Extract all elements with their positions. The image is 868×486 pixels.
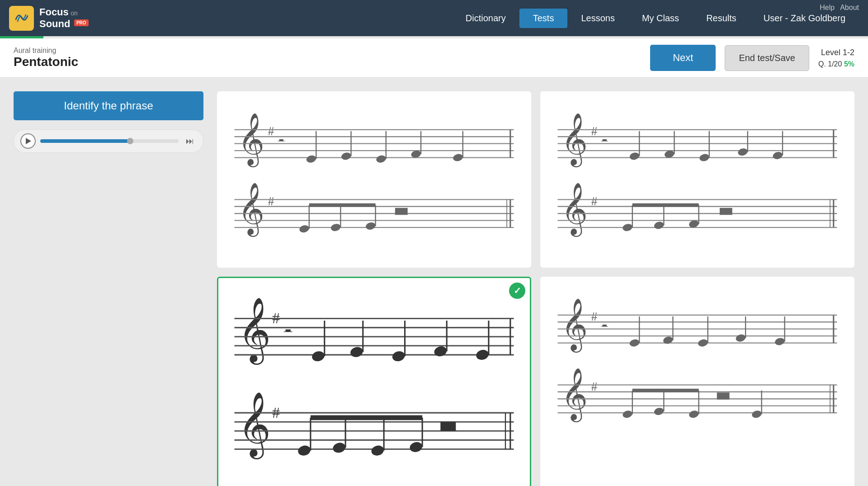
svg-point-29 xyxy=(330,223,341,232)
svg-text:#: # xyxy=(591,124,598,138)
svg-text:𝄞: 𝄞 xyxy=(561,183,588,237)
subheader: Aural training Pentatonic Next End test/… xyxy=(0,38,868,78)
svg-text:#: # xyxy=(591,379,598,393)
svg-point-83 xyxy=(349,346,364,359)
music-option-4[interactable]: 𝄞 # 𝄼 xyxy=(540,277,854,486)
level-info: Level 1-2 Q. 1/20 5% xyxy=(818,47,854,70)
svg-text:𝄞: 𝄞 xyxy=(238,113,264,168)
svg-point-53 xyxy=(772,151,783,160)
play-button[interactable] xyxy=(20,133,36,149)
audio-progress-fill xyxy=(40,139,130,143)
nav-my-class[interactable]: My Class xyxy=(628,9,693,28)
nav-tests[interactable]: Tests xyxy=(519,9,568,28)
subheader-actions: Next End test/Save Level 1-2 Q. 1/20 5% xyxy=(650,45,854,71)
svg-point-89 xyxy=(475,349,490,361)
svg-point-137 xyxy=(622,410,633,419)
end-test-button[interactable]: End test/Save xyxy=(725,45,809,71)
music-option-1[interactable]: 𝄞 # 𝄼 xyxy=(217,91,531,268)
correct-badge: ✓ xyxy=(509,283,525,299)
svg-point-103 xyxy=(370,444,385,457)
audio-progress-thumb xyxy=(127,138,133,144)
svg-text:𝄞: 𝄞 xyxy=(561,299,588,353)
music-option-3[interactable]: ✓ 𝄞 # 𝄼 xyxy=(217,277,531,486)
svg-point-123 xyxy=(697,338,708,348)
svg-point-81 xyxy=(311,350,326,363)
logo-focus: Focus xyxy=(39,6,69,18)
music-option-2[interactable]: 𝄞 # 𝄼 xyxy=(540,91,854,268)
svg-point-9 xyxy=(306,154,317,164)
svg-point-51 xyxy=(737,147,748,157)
page-title: Pentatonic xyxy=(14,55,650,69)
svg-rect-70 xyxy=(720,208,732,215)
main-content: Identify the phrase ⏭ 𝄞 # 𝄼 xyxy=(0,78,868,486)
svg-text:𝄼: 𝄼 xyxy=(278,139,285,142)
svg-point-85 xyxy=(391,350,406,363)
svg-text:𝄼: 𝄼 xyxy=(601,139,608,142)
svg-point-45 xyxy=(629,151,640,161)
svg-point-141 xyxy=(688,410,699,419)
svg-point-65 xyxy=(653,221,665,230)
svg-point-127 xyxy=(774,337,785,346)
logo-icon xyxy=(9,6,34,31)
svg-point-87 xyxy=(433,345,448,358)
logo-sound: Sound xyxy=(39,18,70,29)
svg-point-99 xyxy=(297,444,311,457)
svg-text:𝄞: 𝄞 xyxy=(238,183,264,237)
svg-point-27 xyxy=(299,224,310,234)
subheader-left: Aural training Pentatonic xyxy=(14,47,650,69)
svg-rect-34 xyxy=(395,208,408,215)
audio-player: ⏭ xyxy=(14,129,203,153)
svg-text:𝄼: 𝄼 xyxy=(283,329,292,332)
svg-text:𝄞: 𝄞 xyxy=(561,113,588,168)
music-grid: 𝄞 # 𝄼 xyxy=(217,91,854,486)
nav-results[interactable]: Results xyxy=(693,9,750,28)
left-panel: Identify the phrase ⏭ xyxy=(14,91,203,486)
svg-point-11 xyxy=(340,151,352,161)
svg-point-139 xyxy=(653,407,665,416)
nav-dictionary[interactable]: Dictionary xyxy=(452,9,519,28)
svg-point-119 xyxy=(629,338,640,348)
logo-text: Focus on Sound PRO xyxy=(39,6,89,30)
svg-rect-108 xyxy=(440,422,456,431)
aural-training-label: Aural training xyxy=(14,47,650,55)
audio-progress-track[interactable] xyxy=(40,139,179,143)
svg-text:𝄼: 𝄼 xyxy=(601,325,608,327)
svg-text:#: # xyxy=(591,194,598,208)
svg-text:#: # xyxy=(268,124,274,138)
svg-rect-144 xyxy=(717,392,730,399)
level-label: Level 1-2 xyxy=(818,47,854,59)
app-header: Focus on Sound PRO Dictionary Tests Less… xyxy=(0,0,868,36)
svg-point-17 xyxy=(452,153,463,162)
header-top-right: Help About xyxy=(820,4,859,12)
next-button[interactable]: Next xyxy=(650,45,716,71)
logo-pro-badge: PRO xyxy=(74,19,89,26)
svg-point-49 xyxy=(699,153,710,162)
svg-point-101 xyxy=(332,441,346,454)
logo-area: Focus on Sound PRO xyxy=(9,6,127,31)
svg-text:#: # xyxy=(591,309,598,323)
svg-text:𝄞: 𝄞 xyxy=(561,368,588,423)
skip-button[interactable]: ⏭ xyxy=(183,134,197,148)
svg-point-31 xyxy=(365,222,376,231)
svg-point-13 xyxy=(376,154,387,164)
svg-point-105 xyxy=(409,441,423,453)
main-nav: Dictionary Tests Lessons My Class Result… xyxy=(452,9,859,28)
help-link[interactable]: Help xyxy=(820,4,835,12)
svg-point-145 xyxy=(751,410,762,419)
svg-point-125 xyxy=(735,333,746,343)
question-label: Q. 1/20 5% xyxy=(818,59,854,70)
about-link[interactable]: About xyxy=(840,4,859,12)
nav-lessons[interactable]: Lessons xyxy=(567,9,628,28)
svg-text:#: # xyxy=(268,194,274,208)
identify-button[interactable]: Identify the phrase xyxy=(14,91,203,120)
svg-point-63 xyxy=(622,223,633,232)
